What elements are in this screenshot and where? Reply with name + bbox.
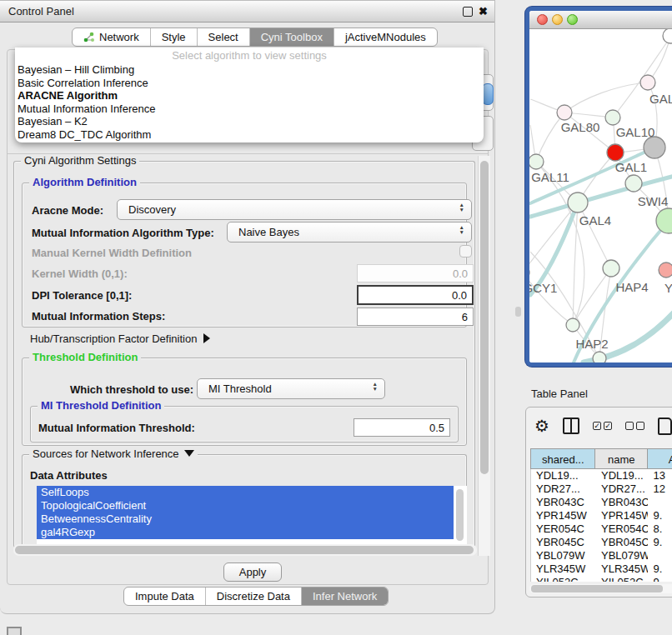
tab-cyni-toolbox[interactable]: Cyni Toolbox [249,28,333,46]
table-cell: YDL19... [596,469,648,482]
network-canvas[interactable]: GALGAL80GAL10GAL1GAL11SWI4GAL4GCY1HAP4YH… [529,29,672,362]
panel-splitter-grip[interactable] [515,307,521,317]
node-green-right[interactable] [656,208,672,233]
algorithm-option[interactable]: Mutual Information Inference [15,102,484,116]
algorithm-option[interactable]: Basic Correlation Inference [15,77,484,90]
select-all-checks-icon[interactable]: ✓ ✓ [593,422,612,430]
tab-jactivemnodules[interactable]: jActiveMNodules [333,28,437,46]
minimize-window-icon[interactable] [552,14,563,25]
tab-style[interactable]: Style [150,28,197,46]
float-panel-icon[interactable] [463,7,473,17]
gear-icon[interactable]: ⚙ [534,418,549,434]
node-label: GAL11 [531,170,569,184]
node-gal4[interactable] [568,192,588,212]
table-cell: 9. [648,536,672,549]
dpi-tolerance-field[interactable] [357,285,474,305]
mi-threshold-field[interactable] [354,418,450,437]
tab-impute-data[interactable]: Impute Data [124,588,205,605]
table-header-cell[interactable]: shared... [530,448,595,469]
data-attributes-label: Data Attributes [30,469,108,482]
table-row[interactable]: YDL19...YDL19...13 [531,469,672,482]
attribute-item[interactable]: TopologicalCoefficient [37,499,454,512]
table-header-cell[interactable]: name [595,448,648,469]
hub-section-toggle[interactable]: Hub/Transcription Factor Definition [30,332,210,345]
node-gal80[interactable] [557,105,572,120]
algorithm-option[interactable]: ARACNE Algorithm [15,89,484,102]
data-attributes-list[interactable]: SelfLoopsTopologicalCoefficientBetweenne… [37,486,467,544]
stepper-arrows-icon: ▲▼ [459,225,464,235]
table-scrollbar-thumb[interactable] [531,585,663,592]
tab-infer-network[interactable]: Infer Network [301,588,388,605]
table-row[interactable]: YLR345WYLR345W9. [531,562,672,576]
node-gal11[interactable] [529,154,544,169]
vertical-scrollbar-thumb[interactable] [480,161,489,474]
settings-vertical-scrollbar[interactable] [478,156,490,556]
table-row[interactable]: YBL079WYBL079W [531,549,672,562]
close-window-icon[interactable] [537,14,548,25]
collapsed-arrow-icon [203,333,210,343]
table-header-cell[interactable]: A [648,448,672,469]
table-row[interactable]: YBR045CYBR045C9. [531,536,672,549]
apply-button[interactable]: Apply [223,562,282,582]
attribute-item[interactable]: gal4RGexp [37,526,454,539]
aracne-mode-combo[interactable]: Discovery ▲▼ [117,199,472,220]
table-cell: YIL052C [596,576,648,582]
algorithm-dropdown-list: Bayesian – Hill ClimbingBasic Correlatio… [15,63,484,141]
table-panel-window: ⚙ ✓ ✓ shared... name A YDL19...YDL19...1… [525,407,672,598]
mi-steps-field[interactable] [357,308,474,326]
tab-discretize-data[interactable]: Discretize Data [205,588,301,605]
table-cell: YBL079W [531,549,596,562]
tab-select[interactable]: Select [197,28,249,46]
mi-type-combo[interactable]: Naive Bayes ▲▼ [227,222,472,242]
minimized-panel-fragment[interactable] [7,627,22,635]
tab-network[interactable]: Network [73,28,150,46]
node-hap4[interactable] [603,260,619,277]
node-gal-pink[interactable] [640,75,655,90]
node-swi4[interactable] [625,175,642,192]
network-view-window: GALGAL80GAL10GAL1GAL11SWI4GAL4GCY1HAP4YH… [525,7,672,367]
node-label: HAP4 [615,280,648,294]
list-scrollbar-thumb[interactable] [456,489,464,541]
new-table-icon[interactable] [658,418,672,435]
which-threshold-label: Which threshold to use: [70,383,193,396]
manual-kernel-checkbox[interactable] [459,245,472,258]
table-horizontal-scrollbar[interactable] [529,584,672,593]
node-label: GCY1 [529,281,557,295]
table-row[interactable]: YDR27...YDR27...12 [531,482,672,496]
algorithm-option[interactable]: Dream8 DC_TDC Algorithm [15,128,484,142]
node-gal10[interactable] [605,110,620,125]
attribute-item[interactable]: BetweennessCentrality [37,512,454,526]
node-gray[interactable] [644,137,665,158]
table-row[interactable]: YIL052CYIL052C9. [531,576,672,582]
node-gal1[interactable] [607,144,624,161]
deselect-all-checks-icon[interactable] [625,422,644,430]
close-panel-icon[interactable]: ✖ [479,8,488,16]
algorithm-option[interactable]: Bayesian – Hill Climbing [15,63,484,77]
algorithm-option[interactable]: Bayesian – K2 [15,115,484,128]
table-cell: YBR043C [531,496,596,509]
kernel-width-field[interactable] [357,264,474,282]
table-row[interactable]: YBR043CYBR043C [531,496,672,509]
node-label: HAP2 [575,337,608,351]
node-hap2[interactable] [566,318,579,332]
table-cell: YBR045C [596,536,648,549]
horizontal-scrollbar-thumb[interactable] [15,546,474,554]
zoom-window-icon[interactable] [567,14,578,25]
node-top-partial[interactable] [663,29,672,43]
which-threshold-combo[interactable]: MI Threshold ▲▼ [197,378,385,399]
settings-horizontal-scrollbar[interactable] [13,544,477,556]
control-panel-tabs: Network Style Select Cyni Toolbox jActiv… [72,28,438,47]
attribute-item[interactable]: SelfLoops [37,486,454,499]
network-tab-icon [83,32,95,42]
table-row[interactable]: YER054CYER054C8. [531,522,672,536]
node-label: GAL [649,92,672,106]
table-cell: YDR27... [531,482,596,496]
algorithm-dropdown-overlay: Select algorithm to view settings Bayesi… [15,48,484,142]
table-cell [648,549,672,562]
table-cell: YDR27... [596,482,648,496]
node-salmon[interactable] [659,262,672,278]
table-row[interactable]: YPR145WYPR145W9. [531,509,672,522]
split-columns-icon[interactable] [563,418,579,434]
sources-group-title[interactable]: Sources for Network Inference [29,448,198,460]
node-bottom-partial[interactable] [593,352,606,362]
